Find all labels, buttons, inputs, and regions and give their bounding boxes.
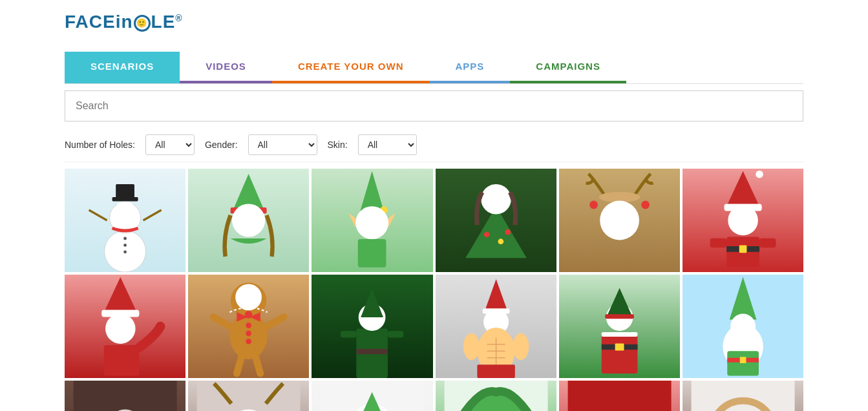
svg-marker-78 [730,277,757,319]
logo-o-icon: 🙂 [134,15,151,32]
holes-label: Number of Holes: [65,140,135,150]
gallery-item[interactable] [683,169,803,272]
svg-rect-35 [710,238,726,248]
gallery-item[interactable] [312,169,432,272]
gallery-item[interactable] [436,169,556,272]
svg-rect-87 [197,381,301,411]
holes-select[interactable]: All 1 2 3 [145,134,195,155]
nav-tabs: SCENARIOS VIDEOS CREATE YOUR OWN APPS CA… [65,52,803,84]
gallery-item[interactable] [312,381,432,411]
svg-rect-40 [104,345,140,375]
skin-label: Skin: [328,140,348,150]
svg-point-22 [498,238,503,244]
svg-marker-28 [726,171,759,207]
gallery-item[interactable] [436,381,556,411]
gallery-item[interactable] [559,169,680,272]
svg-point-25 [600,201,639,240]
svg-rect-59 [388,331,403,337]
svg-rect-83 [740,357,746,363]
gallery-item[interactable] [65,381,185,411]
svg-rect-34 [739,246,747,253]
svg-point-27 [641,201,650,209]
gallery-item[interactable] [188,275,309,378]
tab-scenarios[interactable]: SCENARIOS [65,52,180,83]
svg-marker-74 [607,288,632,316]
svg-point-23 [505,229,511,235]
gallery-item[interactable] [65,169,185,272]
svg-point-47 [246,322,251,328]
svg-point-15 [355,206,388,239]
svg-rect-68 [477,364,514,378]
svg-marker-60 [485,279,507,311]
svg-marker-57 [361,288,384,317]
svg-line-5 [89,210,107,220]
tab-apps[interactable]: APPS [430,52,511,83]
gallery-item[interactable] [683,381,803,411]
svg-point-12 [232,204,265,237]
svg-rect-72 [601,332,637,337]
gallery-item[interactable] [312,275,432,378]
svg-rect-98 [691,381,794,411]
svg-point-9 [123,250,127,253]
svg-rect-95 [567,381,671,411]
svg-rect-4 [116,184,134,198]
svg-point-8 [123,244,127,247]
svg-marker-16 [349,213,356,227]
svg-rect-75 [605,314,634,319]
svg-marker-17 [388,213,396,227]
search-input[interactable] [65,91,803,121]
gallery-item[interactable] [559,275,680,378]
gender-select[interactable]: All Male Female [248,134,317,155]
svg-point-39 [105,313,136,344]
tab-create-your-own[interactable]: CREATE YOUR OWN [272,52,430,83]
skin-select[interactable]: All Light Dark [358,134,417,155]
gallery-item[interactable] [188,169,309,272]
svg-point-49 [246,339,251,344]
svg-rect-58 [341,331,356,337]
svg-point-48 [246,331,251,337]
gallery-item[interactable] [65,275,185,378]
header: FACEin🙂LE® [0,0,868,39]
svg-rect-77 [615,343,624,350]
svg-rect-55 [357,349,388,354]
svg-rect-18 [358,239,386,268]
svg-rect-71 [601,333,637,374]
svg-rect-36 [759,238,776,248]
gallery-item[interactable] [559,381,680,411]
gallery-item[interactable] [683,275,803,378]
logo-registered: ® [175,13,182,23]
svg-line-51 [268,317,284,326]
tab-campaigns[interactable]: CAMPAIGNS [510,52,626,83]
svg-point-30 [756,171,763,178]
svg-rect-81 [727,351,759,375]
svg-point-31 [728,206,758,236]
svg-point-2 [114,201,136,224]
svg-line-50 [213,317,229,326]
svg-rect-84 [74,381,177,411]
gender-label: Gender: [205,140,238,150]
svg-point-70 [513,333,529,360]
logo[interactable]: FACEin🙂LE® [65,12,803,32]
svg-line-52 [237,357,242,373]
gallery-item[interactable] [188,381,309,411]
svg-point-42 [235,284,262,311]
gallery-item[interactable] [436,275,556,378]
svg-marker-37 [104,277,137,313]
gallery [65,169,803,411]
svg-point-69 [463,333,479,360]
svg-point-21 [483,231,489,237]
tab-videos[interactable]: VIDEOS [180,52,272,83]
svg-marker-13 [361,171,384,211]
svg-line-6 [143,210,162,220]
svg-point-7 [123,237,127,240]
svg-point-26 [589,201,598,209]
search-bar-container [65,90,803,121]
svg-point-20 [481,184,511,215]
svg-line-53 [256,357,260,373]
filters: Number of Holes: All 1 2 3 Gender: All M… [65,128,803,162]
